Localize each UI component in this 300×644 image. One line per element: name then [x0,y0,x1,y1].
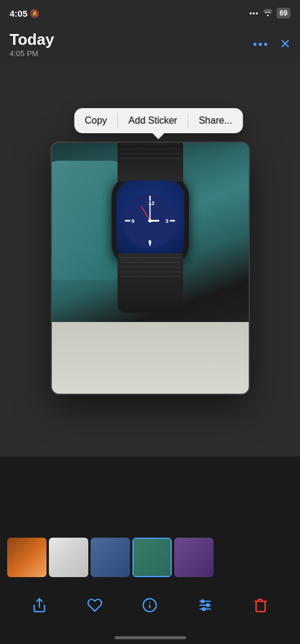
context-share-button[interactable]: Share... [188,108,243,133]
status-time-block: 4:05 🔕 [10,8,39,19]
thumbnail-2[interactable] [49,538,88,577]
signal-icon: ▪▪▪ [249,9,259,17]
thumbnail-5[interactable] [174,538,214,577]
svg-point-21 [206,604,209,606]
header-title-block: Today 4:05 PM [10,30,54,58]
thumbnail-3[interactable] [91,538,130,577]
info-icon [142,597,157,613]
share-button[interactable] [26,592,52,618]
battery-display: 69 [277,8,290,19]
battery-level: 69 [280,9,287,17]
svg-text:3: 3 [165,217,168,224]
wifi-icon [262,8,273,19]
main-photo[interactable]: 12 3 6 9 [52,143,249,394]
home-indicator [115,636,186,639]
status-right: ▪▪▪ 69 [249,8,290,19]
context-menu-arrow [153,133,165,139]
watch-screen: 12 3 6 9 [116,180,184,260]
apple-watch-body: 12 3 6 9 [112,176,189,265]
trash-icon [253,597,268,613]
favorite-button[interactable] [82,592,108,618]
watch-strap-bottom [117,253,183,313]
info-button[interactable] [137,592,163,618]
svg-text:9: 9 [131,217,134,224]
thumbnail-strip [0,530,300,584]
svg-text:6: 6 [149,238,151,244]
more-button[interactable]: ••• [253,38,269,51]
delete-button[interactable] [248,592,274,618]
svg-point-12 [149,219,152,222]
table-surface [52,322,249,394]
header-actions: ••• ✕ [253,36,290,52]
svg-point-22 [203,608,205,610]
close-button[interactable]: ✕ [280,36,290,52]
svg-text:12: 12 [149,199,155,206]
heart-icon [87,597,103,613]
context-copy-button[interactable]: Copy [74,108,117,133]
share-icon [32,597,47,613]
time-display: 4:05 [10,8,27,19]
thumbnail-4-selected[interactable] [132,538,172,577]
clock-face: 12 3 6 9 [116,180,184,260]
bottom-toolbar [0,584,300,626]
svg-point-20 [202,600,204,602]
context-menu: Copy Add Sticker Share... [74,108,243,133]
page-subtitle: 4:05 PM [10,49,54,58]
bell-slash-icon: 🔕 [30,9,39,18]
page-header: Today 4:05 PM ••• ✕ [0,26,300,62]
status-bar: 4:05 🔕 ▪▪▪ 69 [0,0,300,26]
adjust-icon [197,597,213,613]
watch-strap-top [117,143,183,182]
thumbnail-1[interactable] [7,538,47,577]
photo-wrapper[interactable]: 12 3 6 9 [52,143,249,394]
page-title: Today [10,30,54,49]
context-add-sticker-button[interactable]: Add Sticker [117,108,188,133]
adjust-button[interactable] [192,592,218,618]
photo-area: 12 3 6 9 [0,62,300,456]
